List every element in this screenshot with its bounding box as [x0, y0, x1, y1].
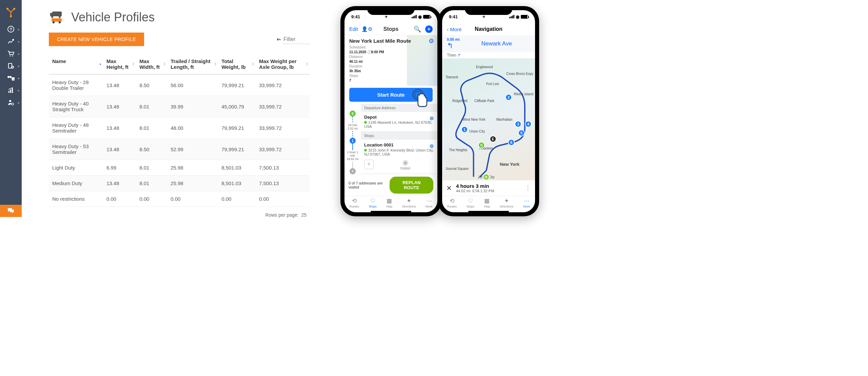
map-pin-2[interactable]: 2	[505, 94, 512, 101]
col-max-height[interactable]: Max Height, ft▲▼	[103, 54, 136, 74]
stop-card-1[interactable]: Location 0001 3215 John F. Kennedy Blvd,…	[361, 140, 437, 173]
filter-input[interactable]	[283, 35, 310, 44]
tab-stops[interactable]: ♡Stops	[467, 197, 474, 208]
sidebar-item-users[interactable]: ▸	[0, 96, 22, 108]
home-indicator	[371, 211, 411, 212]
map-icon: ▦	[484, 197, 490, 204]
edit-button[interactable]: Edit	[349, 26, 358, 32]
direction-bar: 0.05 mi ↰ Newark Ave	[442, 35, 535, 52]
more-icon: ⋯	[426, 197, 432, 204]
phone-mockups: 9:41✈ ◉ Edit 👤⚙ Stops	[340, 6, 539, 216]
create-vehicle-profile-button[interactable]: CREATE NEW VEHICLE PROFILE	[49, 33, 144, 46]
navigation-bottom-bar: ✕ 4 hours 3 min 44.02 mi ETA 1:32 PM ⋮	[442, 180, 535, 196]
chart-icon	[7, 87, 14, 94]
app-logo	[4, 5, 18, 19]
map-pin-5[interactable]: 5	[518, 130, 525, 136]
svg-point-21	[51, 16, 53, 18]
rows-per-page: Rows per page: 25	[49, 207, 310, 218]
main-content: Vehicle Profiles CREATE NEW VEHICLE PROF…	[22, 0, 868, 376]
table-row[interactable]: Heavy Duty - 48 Semitrailer13.488.0148.0…	[49, 117, 310, 139]
table-row[interactable]: No restrictions0.000.000.000.000.00	[49, 191, 310, 207]
account-icon[interactable]: 👤⚙	[361, 26, 372, 32]
map-pin-start[interactable]: S	[478, 142, 485, 149]
map-pin-3[interactable]: 3	[515, 121, 521, 127]
back-button[interactable]: ‹ More	[447, 26, 461, 32]
map-label: Teaneck	[446, 75, 458, 79]
stops-icon: ♡	[468, 197, 473, 204]
phone-navigation: 9:41✈ ◉ ‹ More Navigation	[438, 6, 539, 216]
route-header: New York Last Mile Route Scheduled: 11.1…	[344, 35, 437, 86]
sidebar-chat-button[interactable]	[0, 205, 22, 217]
add-button[interactable]: +	[425, 25, 433, 33]
navigate-icon[interactable]: ☸	[429, 115, 434, 122]
col-total-weight[interactable]: Total Weight, lb▲▼	[218, 54, 256, 74]
tab-map[interactable]: ▦Map	[484, 197, 490, 208]
map-label: Journal Square	[446, 167, 469, 171]
map-pin-6[interactable]: 6	[508, 139, 515, 146]
start-route-button[interactable]: Start Route	[349, 88, 433, 102]
sidebar: ?▸ ▸ ▸ ▸ ▸ ▸ ▸	[0, 0, 22, 217]
search-icon[interactable]: 🔍	[414, 25, 421, 33]
vehicles-icon	[49, 11, 66, 24]
depot-card[interactable]: Depot 1185 Maxwell Ln, Hoboken, NJ 07030…	[361, 112, 437, 132]
col-axle-weight[interactable]: Max Weight per Axle Group, lb▲▼	[256, 54, 310, 74]
svg-rect-15	[10, 90, 11, 93]
svg-point-13	[13, 79, 15, 81]
map-label: New York	[500, 162, 519, 167]
navigation-map[interactable]: Englewood Teaneck Fort Lee Ridgefield Cl…	[442, 58, 535, 180]
svg-point-8	[12, 66, 14, 68]
table-row[interactable]: Light Duty6.998.0125.988,501.037,500.13	[49, 160, 310, 176]
sidebar-item-reports[interactable]: ▸	[0, 84, 22, 96]
table-row[interactable]: Heavy Duty - 53 Semitrailer13.488.5052.9…	[49, 139, 310, 160]
table-row[interactable]: Heavy Duty - 28 Double Trailer13.488.505…	[49, 74, 310, 96]
home-indicator	[468, 211, 509, 212]
navigate-icon[interactable]: ☸	[429, 143, 434, 150]
directions-icon: ✦	[504, 197, 509, 204]
sidebar-item-addresses[interactable]: ▸	[0, 60, 22, 72]
wifi-icon: ◉	[516, 14, 519, 19]
map-pin-end[interactable]: E	[490, 136, 496, 142]
sidebar-item-fleet[interactable]: ▸	[0, 72, 22, 84]
map-label: Cliffside Park	[474, 99, 494, 103]
map-current-location[interactable]: ▾	[483, 174, 490, 180]
rows-per-page-select[interactable]: 25	[301, 212, 307, 218]
replan-route-button[interactable]: REPLAN ROUTE	[390, 177, 433, 194]
map-pin-4[interactable]: 4	[525, 121, 532, 127]
close-navigation-button[interactable]: ✕	[446, 184, 452, 192]
turn-left-icon: ↰	[447, 41, 459, 50]
map-label: Englewood	[476, 65, 493, 69]
filter-box: ▾▪	[277, 35, 310, 44]
map-label: Fort Lee	[486, 82, 499, 86]
sidebar-item-orders[interactable]: ▸	[0, 47, 22, 60]
add-note-button[interactable]: +	[364, 160, 374, 169]
sidebar-item-help[interactable]: ?▸	[0, 23, 22, 35]
table-row[interactable]: Heavy Duty - 40 Straight Truck13.488.013…	[49, 96, 310, 117]
route-title: New York Last Mile Route	[349, 38, 411, 44]
tab-directions[interactable]: ✦Directions	[402, 197, 416, 208]
stops-icon: ♡	[370, 197, 375, 204]
stop-card-2[interactable]: Location 0007 2121 3rd Ave, New York, NY…	[361, 173, 437, 174]
col-length[interactable]: Trailed / Straight Length, ft▲▼	[167, 54, 218, 74]
stops-list: Departure Address: Depot 1185 Maxwell Ln…	[361, 104, 437, 174]
street-name: Newark Ave	[481, 40, 512, 47]
chat-icon	[7, 207, 15, 214]
tab-more[interactable]: ⋯More	[523, 197, 530, 208]
tab-routes[interactable]: ⟲Routes	[447, 197, 457, 208]
tab-more[interactable]: ⋯More	[426, 197, 433, 208]
sidebar-item-analytics[interactable]: ▸	[0, 35, 22, 47]
tab-stops[interactable]: ♡Stops	[369, 197, 377, 208]
tab-map[interactable]: ▦Map	[387, 197, 393, 208]
tab-directions[interactable]: ✦Directions	[500, 197, 513, 208]
table-row[interactable]: Medium Duty13.488.0125.988,501.037,500.1…	[49, 176, 310, 191]
svg-point-25	[59, 21, 61, 23]
map-pin-1[interactable]: 1	[461, 126, 468, 133]
battery-icon	[423, 15, 431, 19]
tab-routes[interactable]: ⟲Routes	[349, 197, 359, 208]
nav-menu-button[interactable]: ⋮	[525, 184, 531, 192]
route-settings-icon[interactable]: ⚙	[429, 37, 434, 45]
fingerprint-icon[interactable]: ◉	[376, 158, 434, 166]
col-name[interactable]: Name▲	[49, 54, 103, 74]
col-max-width[interactable]: Max Width, ft▲▼	[136, 54, 167, 74]
map-icon: ▦	[387, 197, 392, 204]
svg-rect-20	[50, 13, 53, 16]
